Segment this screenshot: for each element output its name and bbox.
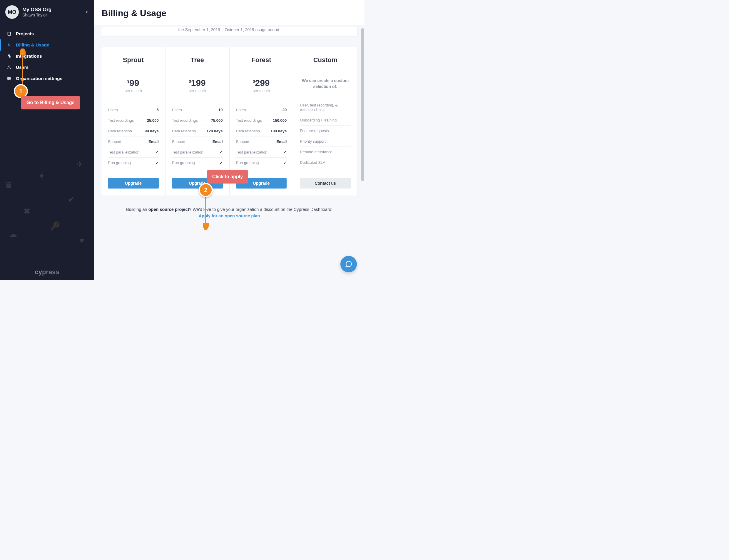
sliders-icon: [6, 76, 12, 81]
feature-value: Email: [277, 139, 287, 144]
check-icon: ✓: [156, 150, 159, 154]
feature-label: Support: [108, 139, 121, 144]
feature-row: Test recordings25,000: [108, 115, 159, 126]
svg-point-2: [9, 78, 10, 79]
feature-label: Users: [236, 108, 246, 112]
plan-period: per month: [236, 89, 287, 93]
feature-label: Support: [172, 139, 186, 144]
custom-item: Feature requests: [300, 126, 351, 136]
plan-tree: Tree $199 per month Users10 Test recordi…: [166, 47, 230, 196]
background-decoration: ✈ ✦ 🖥 ✔ ✖ 🔑 ☁ ♥: [0, 156, 94, 262]
feature-list: Users5 Test recordings25,000 Data retent…: [108, 105, 159, 168]
sidebar: MO My OSS Org Shawn Taylor ▼ Projects Bi…: [0, 0, 94, 280]
check-icon: ✓: [156, 161, 159, 165]
feature-value: 75,000: [211, 118, 223, 123]
plan-custom: Custom We can create a custom selection …: [293, 47, 357, 196]
feature-value: 120 days: [207, 129, 223, 133]
feature-row: Data retention180 days: [236, 126, 287, 136]
feature-value: Email: [213, 139, 223, 144]
upgrade-button[interactable]: Upgrade: [108, 178, 159, 189]
plan-price: $199: [172, 78, 223, 88]
oss-suffix: ? We'd love to give your organization a …: [189, 207, 333, 212]
feature-row: Users5: [108, 105, 159, 115]
scrollbar[interactable]: [361, 28, 364, 181]
plan-period: per month: [108, 89, 159, 93]
feature-label: Test recordings: [236, 118, 262, 123]
feature-label: Test parallelization: [172, 150, 204, 154]
sidebar-item-label: Projects: [16, 31, 34, 36]
svg-point-0: [8, 66, 10, 67]
feature-value: 90 days: [145, 129, 159, 133]
sidebar-nav: Projects Billing & Usage Integrations Us…: [0, 28, 94, 84]
plan-name: Custom: [300, 56, 351, 64]
user-name: Shawn Taylor: [22, 13, 51, 17]
plan-forest: Forest $299 per month Users20 Test recor…: [230, 47, 294, 196]
dollar-icon: [6, 43, 12, 47]
apply-oss-link[interactable]: Apply for an open source plan: [101, 214, 358, 218]
feature-row: Data retention90 days: [108, 126, 159, 136]
price-value: 299: [255, 78, 270, 88]
custom-item: Onboarding / Training: [300, 115, 351, 126]
page-header: Billing & Usage: [94, 0, 364, 25]
feature-label: Test recordings: [172, 118, 198, 123]
feature-label: Run grouping: [108, 161, 131, 165]
help-chat-button[interactable]: [341, 256, 357, 272]
feature-value: 150,000: [273, 118, 287, 123]
contact-us-button[interactable]: Contact us: [300, 178, 351, 189]
sidebar-item-billing[interactable]: Billing & Usage: [0, 39, 94, 51]
custom-item: Priority support: [300, 136, 351, 147]
usage-period-bar: the September 1, 2019 – October 1, 2019 …: [101, 27, 358, 36]
feature-label: Data retention: [172, 129, 196, 133]
sidebar-item-org-settings[interactable]: Organization settings: [0, 73, 94, 84]
feature-row: SupportEmail: [236, 136, 287, 147]
feature-row: Run grouping✓: [172, 158, 223, 168]
plan-name: Forest: [236, 56, 287, 64]
feature-value: 20: [283, 108, 287, 112]
feature-row: Users10: [172, 105, 223, 115]
upgrade-button[interactable]: Upgrade: [236, 178, 287, 189]
svg-point-1: [8, 77, 9, 78]
feature-row: SupportEmail: [108, 136, 159, 147]
plan-price: $99: [108, 78, 159, 88]
sidebar-item-integrations[interactable]: Integrations: [0, 51, 94, 62]
usage-period-text: the September 1, 2019 – October 1, 2019 …: [178, 27, 280, 32]
feature-row: Users20: [236, 105, 287, 115]
feature-row: Test parallelization✓: [108, 147, 159, 158]
feature-row: Test recordings150,000: [236, 115, 287, 126]
plug-icon: [6, 54, 12, 59]
feature-row: Run grouping✓: [236, 158, 287, 168]
feature-value: 10: [219, 108, 223, 112]
feature-label: Test parallelization: [236, 150, 268, 154]
feature-label: Data retention: [108, 129, 132, 133]
feature-value: 180 days: [271, 129, 287, 133]
feature-label: Run grouping: [236, 161, 259, 165]
oss-footer: Building an open source project? We'd lo…: [101, 207, 358, 218]
feature-row: Test parallelization✓: [236, 147, 287, 158]
price-value: 199: [191, 78, 206, 88]
plan-sprout: Sprout $99 per month Users5 Test recordi…: [101, 47, 166, 196]
feature-row: SupportEmail: [172, 136, 223, 147]
pricing-plans: Sprout $99 per month Users5 Test recordi…: [101, 47, 358, 196]
check-icon: ✓: [220, 161, 223, 165]
feature-row: Test recordings75,000: [172, 115, 223, 126]
feature-label: Test recordings: [108, 118, 134, 123]
upgrade-button[interactable]: Upgrade: [172, 178, 223, 189]
check-icon: ✓: [220, 150, 223, 154]
user-icon: [6, 65, 12, 70]
feature-value: Email: [149, 139, 159, 144]
sidebar-item-projects[interactable]: Projects: [0, 28, 94, 39]
sidebar-item-label: Users: [16, 65, 29, 70]
feature-label: Data retention: [236, 129, 260, 133]
custom-item: User, test recording, & retention limits: [300, 100, 351, 115]
page-title: Billing & Usage: [102, 8, 357, 18]
oss-bold: open source project: [149, 207, 189, 212]
org-switcher[interactable]: MO My OSS Org Shawn Taylor ▼: [0, 0, 94, 23]
sidebar-item-users[interactable]: Users: [0, 62, 94, 73]
custom-item: Remote assistance: [300, 147, 351, 157]
sidebar-item-label: Organization settings: [16, 76, 62, 81]
feature-label: Test parallelization: [108, 150, 139, 154]
org-name: My OSS Org: [22, 7, 51, 13]
custom-lead: We can create a custom selection of:: [300, 78, 351, 89]
feature-list: Users20 Test recordings150,000 Data rete…: [236, 105, 287, 168]
plan-period: per month: [172, 89, 223, 93]
